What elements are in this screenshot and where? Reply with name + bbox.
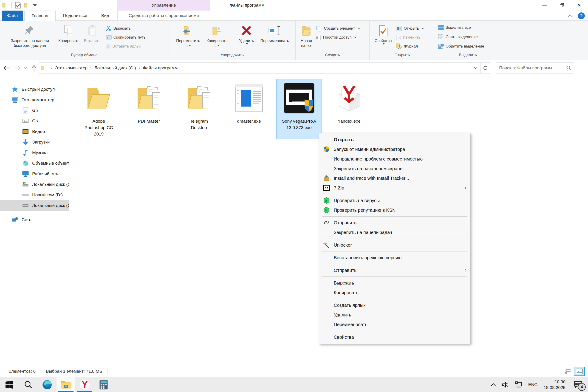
refresh-button[interactable] [480, 62, 490, 74]
up-button[interactable] [29, 63, 39, 73]
search-input[interactable]: Поиск в: Файлы программ [496, 62, 574, 74]
address-dropdown-button[interactable] [471, 62, 480, 74]
file-tile-dmaster-exe[interactable]: dmaster.exe [226, 79, 272, 139]
menu-item-open[interactable]: Открыть [319, 135, 470, 144]
crumb-disk-g[interactable]: Локальный диск (G:) [94, 66, 136, 70]
tray-expand-icon[interactable] [490, 383, 496, 386]
history-button[interactable]: Журнал [396, 43, 424, 50]
taskbar-edge-button[interactable] [38, 377, 56, 392]
sidebar-item-this-pc[interactable]: Этот компьютер [0, 94, 69, 105]
crumb-current-folder[interactable]: Файлы программ [143, 66, 178, 70]
tab-home[interactable]: Главная [24, 10, 56, 21]
tab-app-tools[interactable]: Средства работы с приложениями [117, 10, 210, 21]
language-indicator[interactable]: ENG [528, 382, 538, 387]
copy-button[interactable]: Копировать [56, 23, 81, 44]
menu-item-delete[interactable]: Удалить [319, 310, 470, 320]
taskbar-calculator-button[interactable] [94, 377, 113, 392]
menu-item-create-shortcut[interactable]: Создать ярлык [319, 300, 470, 310]
paste-button[interactable]: Вставить [82, 23, 102, 44]
invert-selection-button[interactable]: Обратить выделение [438, 43, 484, 50]
easy-access-button[interactable]: Простой доступ [316, 34, 360, 41]
sidebar-item-network[interactable]: Сеть [0, 214, 69, 225]
menu-item-copy[interactable]: Копировать [319, 288, 470, 298]
recent-locations-button[interactable] [22, 63, 29, 73]
sidebar-item-disk-c[interactable]: Локальный диск (C:) [0, 179, 69, 190]
delete-button[interactable]: Удалить [237, 23, 256, 46]
properties-icon[interactable] [15, 2, 21, 8]
details-view-button[interactable] [563, 367, 573, 376]
pin-to-quick-access-button[interactable]: Закрепить на панели быстрого доступа [4, 23, 56, 49]
file-tile-adobe-folder[interactable]: AdobePhotoshop CC2019 [76, 79, 121, 139]
forward-button[interactable] [12, 63, 22, 73]
close-button[interactable]: ✕ [570, 0, 588, 10]
rename-button[interactable]: Переименовать [259, 23, 291, 44]
folder-icon[interactable] [2, 2, 8, 8]
taskbar-yandex-button[interactable] [75, 377, 94, 392]
menu-item-run-as-admin[interactable]: Запуск от имени администратора [319, 144, 470, 154]
menu-item-compatibility[interactable]: Исправление проблем с совместимостью [319, 154, 470, 164]
sidebar-item-quick-access[interactable]: Быстрый доступ [0, 84, 69, 94]
tab-share[interactable]: Поделиться [58, 10, 92, 21]
menu-item-properties[interactable]: Свойства [319, 332, 470, 342]
copy-path-button[interactable]: \... Скопировать путь [106, 34, 146, 41]
sidebar-item-downloads[interactable]: Загрузки [0, 137, 69, 148]
menu-item-pin-to-taskbar[interactable]: Закрепить на панели задач [319, 228, 470, 237]
move-to-button[interactable]: Переместить в [174, 23, 202, 49]
back-button[interactable] [2, 63, 12, 73]
taskbar-explorer-button[interactable] [56, 377, 75, 392]
file-tile-pdfmaster-folder[interactable]: PDFMaster [126, 79, 171, 139]
menu-item-install-tracker[interactable]: Install and trace with Install Tracker..… [319, 174, 470, 183]
taskbar-search-button[interactable] [19, 377, 38, 392]
restore-button[interactable] [553, 0, 570, 10]
file-tile-sony-vegas-exe[interactable]: Sony.Vegas.Pro.v13.0.373.exe [276, 79, 322, 139]
sidebar-item-g-pictures[interactable]: G:\ [0, 116, 69, 126]
minimize-button[interactable]: — [536, 0, 553, 10]
action-center-button[interactable]: 4 [572, 379, 584, 390]
file-name: Sony.Vegas.Pro.v13.0.373.exe [282, 118, 316, 131]
qat-customize-icon[interactable] [33, 4, 36, 7]
sidebar-item-3d-objects[interactable]: Объемные объекты [0, 158, 69, 168]
select-all-button[interactable]: Выделить все [438, 24, 484, 31]
properties-button[interactable]: Свойства [373, 23, 394, 46]
menu-item-restore-previous[interactable]: Восстановить прежнюю версию [319, 253, 470, 262]
sidebar-item-videos[interactable]: Видео [0, 126, 69, 137]
sidebar-item-disk-d[interactable]: Новый том (D:) [0, 190, 69, 200]
sidebar-item-desktop[interactable]: Рабочий стол [0, 168, 69, 179]
kaspersky-icon: k [322, 197, 330, 204]
menu-item-cut[interactable]: Вырезать [319, 278, 470, 288]
tab-view[interactable]: Вид [96, 10, 115, 21]
select-none-button[interactable]: Снять выделение [438, 34, 484, 40]
menu-item-rename[interactable]: Переименовать [319, 320, 470, 329]
thumbnails-view-button[interactable] [574, 367, 584, 376]
network-icon[interactable] [515, 382, 522, 388]
file-tile-telegram-folder[interactable]: TelegramDesktop [176, 79, 222, 139]
breadcrumb[interactable]: › Этот компьютер › Локальный диск (G:) ›… [39, 62, 471, 74]
collapse-ribbon-icon[interactable] [568, 14, 573, 18]
tab-file[interactable]: Файл [2, 10, 23, 21]
start-button[interactable] [0, 377, 19, 392]
menu-item-check-ksn[interactable]: k Проверить репутацию в KSN [319, 205, 470, 215]
paste-shortcut-button[interactable]: Вставить ярлык [106, 43, 146, 50]
sidebar-item-g-documents[interactable]: G:\ [0, 105, 69, 116]
crumb-this-pc[interactable]: Этот компьютер [55, 66, 88, 70]
music-icon [22, 150, 29, 156]
menu-item-7zip[interactable]: 7z 7-Zip › [319, 183, 470, 193]
taskbar-clock[interactable]: 10:30 18.08.2025 [544, 379, 566, 390]
sidebar-item-music[interactable]: Музыка [0, 148, 69, 158]
file-tile-yandex-exe[interactable]: Yandex.exe [326, 79, 372, 139]
open-button[interactable]: Открыть [396, 25, 424, 32]
volume-icon[interactable] [502, 382, 509, 388]
cut-button[interactable]: Вырезать [106, 25, 146, 32]
menu-item-share[interactable]: Отправить [319, 218, 470, 228]
menu-item-send-to[interactable]: Отправить › [319, 266, 470, 275]
menu-item-unlocker[interactable]: Unlocker [319, 240, 470, 250]
menu-item-pin-to-start[interactable]: Закрепить на начальном экране [319, 164, 470, 174]
edit-button[interactable]: Изменить [396, 34, 424, 41]
menu-item-scan-viruses[interactable]: k Проверить на вирусы [319, 196, 470, 205]
help-icon[interactable]: ? [578, 12, 585, 19]
copy-to-button[interactable]: Копировать в [205, 23, 230, 49]
folder-icon[interactable] [24, 2, 30, 8]
sidebar-item-disk-g[interactable]: Локальный диск (G:) [0, 200, 69, 211]
new-folder-button[interactable]: Новая папка [299, 23, 314, 49]
new-item-button[interactable]: Создать элемент [316, 25, 360, 32]
